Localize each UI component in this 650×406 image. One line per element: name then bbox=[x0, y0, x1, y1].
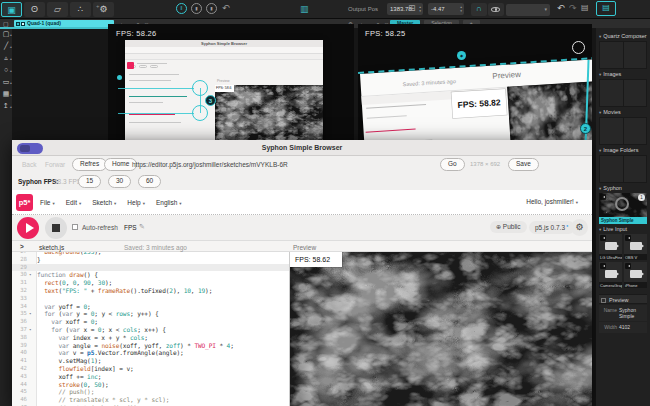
fold-arrow-icon[interactable]: ▾ bbox=[29, 310, 37, 318]
grid-icon[interactable]: ⊞ bbox=[408, 3, 416, 13]
output-two-button[interactable]: ▮ bbox=[206, 3, 217, 14]
output-pos-x-field[interactable]: 1383.78 ▴▾ bbox=[387, 3, 423, 15]
add-mask-tool[interactable]: ▭ bbox=[0, 76, 12, 88]
undo-button[interactable]: ↶ bbox=[557, 4, 565, 13]
forward-button[interactable]: Forwar bbox=[45, 161, 65, 168]
media-slot[interactable] bbox=[600, 118, 623, 144]
go-button[interactable]: Go bbox=[440, 158, 465, 171]
panel-icon[interactable]: ▤ bbox=[581, 3, 589, 12]
menu-english[interactable]: English▾ bbox=[156, 199, 182, 206]
section-live-input[interactable]: ▾Live Input bbox=[599, 224, 647, 234]
add-mesh-tool[interactable]: ▦ bbox=[0, 88, 12, 100]
window-titlebar[interactable]: Syphon Simple Browser bbox=[12, 140, 592, 156]
surface-tool-button[interactable]: ▱ bbox=[47, 2, 68, 17]
sketch-name[interactable]: FPS bbox=[124, 224, 137, 231]
property-value[interactable]: 4102 bbox=[619, 324, 647, 331]
property-value[interactable]: Syphon Simple bbox=[619, 307, 647, 319]
live-input-iphone[interactable]: iPhone bbox=[624, 262, 647, 288]
autorefresh-checkbox[interactable] bbox=[72, 224, 78, 230]
syphon-source-name[interactable]: Syphon Simple bbox=[599, 217, 647, 224]
add-icon[interactable]: + bbox=[96, 3, 100, 9]
control-point-handle[interactable] bbox=[192, 105, 208, 121]
stepper-icon[interactable]: ▴▾ bbox=[460, 5, 462, 14]
disclosure-triangle-icon[interactable]: ▾ bbox=[599, 110, 601, 115]
stop-button[interactable] bbox=[45, 217, 67, 239]
live-input-obs-v[interactable]: OBS V bbox=[624, 234, 647, 260]
version-selector[interactable]: p5.js 0.7.3 ● bbox=[529, 221, 575, 234]
menu-help[interactable]: Help▾ bbox=[127, 199, 145, 206]
edge-handle-dot[interactable] bbox=[117, 75, 122, 80]
add-triangle-tool[interactable]: ▵ bbox=[0, 52, 12, 64]
output-one-button[interactable]: ▮ bbox=[191, 3, 202, 14]
disclosure-triangle-icon[interactable]: ▾ bbox=[599, 34, 601, 39]
syphon-fps-option-30[interactable]: 30 bbox=[108, 175, 131, 188]
code-editor[interactable]: 27 background(255);28}2930▾function draw… bbox=[12, 252, 290, 406]
media-slot[interactable] bbox=[624, 156, 647, 182]
menu-sketch[interactable]: Sketch▾ bbox=[92, 199, 116, 206]
add-line-tool[interactable]: ╱ bbox=[0, 40, 12, 52]
corner-badge[interactable]: 2 bbox=[580, 123, 591, 134]
redo-button[interactable]: ↷ bbox=[569, 4, 577, 13]
collapse-files-chevron[interactable]: > bbox=[20, 243, 24, 250]
p5-logo[interactable]: p5* bbox=[16, 194, 33, 211]
media-slot[interactable] bbox=[624, 80, 647, 106]
section-quartz-composer[interactable]: ▾Quartz Composer bbox=[599, 31, 647, 41]
public-button[interactable]: ⊕ Public bbox=[490, 221, 527, 233]
file-tab-sketchjs[interactable]: sketch.js bbox=[39, 244, 64, 251]
reset-icon[interactable]: ↶ bbox=[222, 4, 230, 13]
normals-toggle[interactable]: ∩ bbox=[471, 3, 487, 16]
export-tool[interactable]: ↥ bbox=[0, 100, 12, 112]
play-button[interactable] bbox=[17, 217, 39, 239]
control-point-handle[interactable] bbox=[192, 80, 208, 96]
menu-file[interactable]: File▾ bbox=[40, 199, 55, 206]
fixtures-tool-button[interactable]: ∴ bbox=[70, 2, 91, 17]
syphon-fps-option-60[interactable]: 60 bbox=[138, 175, 161, 188]
section-image-folders[interactable]: ▾Image Folders bbox=[599, 145, 647, 155]
visibility-toggle[interactable] bbox=[488, 3, 504, 16]
media-slot[interactable] bbox=[600, 156, 623, 182]
media-slot[interactable] bbox=[624, 118, 647, 144]
media-library-button[interactable]: ▤ bbox=[596, 1, 616, 16]
edit-name-icon[interactable]: ✎ bbox=[139, 223, 145, 231]
edge-midpoint-handle[interactable]: ◆ bbox=[457, 51, 466, 60]
selection-tool-button[interactable]: ▣ bbox=[1, 2, 22, 17]
media-slot[interactable] bbox=[624, 42, 647, 68]
media-slot[interactable] bbox=[600, 80, 623, 106]
disclosure-triangle-icon[interactable]: ▾ bbox=[599, 148, 601, 153]
refresh-button[interactable]: Refres bbox=[72, 158, 107, 171]
section-syphon[interactable]: ▾Syphon bbox=[599, 183, 647, 193]
light-tool-button[interactable]: ʘ bbox=[24, 2, 45, 17]
corner-handle[interactable] bbox=[572, 41, 585, 54]
back-button[interactable]: Back bbox=[22, 161, 36, 168]
live-input-lg-ultrafine[interactable]: LG UltraFine bbox=[599, 234, 622, 260]
syphon-source-thumbnail[interactable]: 1 bbox=[599, 193, 647, 217]
disclosure-triangle-icon[interactable]: ▾ bbox=[599, 72, 601, 77]
url-field[interactable]: https://editor.p5js.org/joshmiller/sketc… bbox=[132, 161, 288, 168]
add-quad-tool[interactable]: ▢ bbox=[0, 28, 12, 40]
media-slot[interactable] bbox=[600, 42, 623, 68]
syphon-fps-option-15[interactable]: 15 bbox=[78, 175, 101, 188]
account-greeting[interactable]: Hello, joshmiller! ▾ bbox=[526, 198, 578, 205]
fold-arrow-icon[interactable]: ▾ bbox=[29, 271, 37, 279]
menu-edit[interactable]: Edit▾ bbox=[66, 199, 81, 206]
pause-button[interactable]: ‖ bbox=[176, 3, 187, 14]
section-images[interactable]: ▾Images bbox=[599, 69, 647, 79]
preset-dropdown[interactable]: ▾ bbox=[506, 4, 550, 16]
stepper-icon[interactable]: ▴▾ bbox=[419, 5, 421, 14]
save-button[interactable]: Save bbox=[508, 158, 539, 171]
film-icon[interactable]: ▥ bbox=[300, 4, 309, 14]
section-movies[interactable]: ▾Movies bbox=[599, 107, 647, 117]
live-input-cameragrap[interactable]: CameraGrap bbox=[599, 262, 622, 288]
output-pos-y-field[interactable]: -4.47 ▴▾ bbox=[428, 3, 464, 15]
disclosure-triangle-icon[interactable]: ▾ bbox=[599, 186, 601, 191]
fold-arrow-icon[interactable]: ▾ bbox=[29, 326, 37, 334]
syphon-fps-label: Syphon FPS: bbox=[18, 178, 58, 185]
preview-checkbox[interactable] bbox=[601, 298, 606, 303]
preview-toggle-row[interactable]: Preview bbox=[599, 294, 647, 304]
corner-badge[interactable]: 3 bbox=[205, 95, 216, 106]
window-controls-pill[interactable] bbox=[17, 143, 43, 154]
editor-settings-button[interactable]: ⚙ bbox=[571, 219, 588, 236]
add-ellipse-tool[interactable]: ○ bbox=[0, 64, 12, 76]
disclosure-triangle-icon[interactable]: ▾ bbox=[599, 227, 601, 232]
layer-visibility-swatch[interactable] bbox=[21, 22, 25, 26]
